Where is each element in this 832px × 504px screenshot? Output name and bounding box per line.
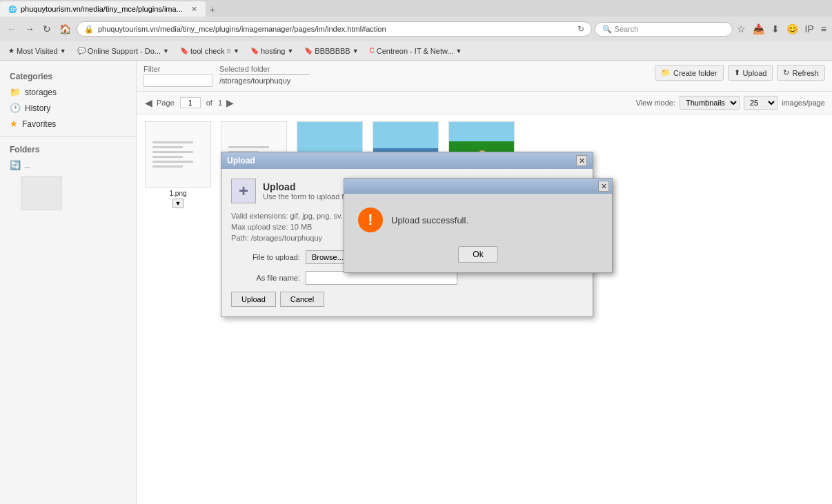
view-controls: ◀ Page of 1 ▶ View mode: Thumbnails List… — [137, 92, 832, 114]
home-btn[interactable]: 🏠 — [57, 22, 74, 36]
line3 — [152, 151, 193, 153]
tab-close-icon[interactable]: ✕ — [191, 5, 197, 14]
sidebar-item-favorites[interactable]: ★ Favorites — [0, 116, 136, 132]
selected-folder-line — [219, 74, 309, 75]
line6 — [152, 165, 183, 168]
sidebar: Categories 📁 storages 🕐 History ★ Favori… — [0, 61, 137, 504]
file-to-upload-label: File to upload: — [231, 253, 300, 261]
pocket-icon[interactable]: 📥 — [751, 22, 766, 36]
centreon-arrow-icon: ▼ — [456, 48, 462, 54]
sidebar-item-history[interactable]: 🕐 History — [0, 100, 136, 116]
upload-cancel-btn[interactable]: Cancel — [280, 292, 324, 307]
menu-icon[interactable]: ≡ — [820, 22, 828, 36]
upload-title-text: Upload — [263, 181, 352, 192]
file-name-label: As file name: — [231, 274, 300, 282]
most-visited-label: Most Visited — [17, 47, 58, 55]
warning-exclamation: ! — [368, 211, 373, 229]
upload-btn[interactable]: ⬆ Upload — [728, 65, 773, 81]
bookmark-centreon[interactable]: C Centreon - IT & Netw... ▼ — [366, 46, 466, 57]
sidebar-item-storages[interactable]: 📁 storages — [0, 84, 136, 100]
upload-dialog-close-btn[interactable]: ✕ — [576, 155, 587, 166]
line5 — [152, 161, 193, 163]
storages-icon: 📁 — [10, 87, 21, 97]
tool-check-label: tool check = — [190, 47, 231, 55]
main-toolbar: Filter Selected folder /storages/tourphu… — [137, 61, 832, 92]
selected-folder-path: /storages/tourphuquy — [219, 77, 309, 85]
bookmark-online-support[interactable]: 💬 Online Support - Do... ▼ — [73, 46, 173, 57]
favorites-label: Favorites — [22, 119, 56, 129]
action-buttons: 📁 Create folder ⬆ Upload ↻ Refresh — [655, 65, 825, 81]
upload-dialog-footer: Upload Cancel — [231, 292, 583, 307]
upload-subtitle-text: Use the form to upload fi... — [263, 192, 352, 201]
upload-label: Upload — [743, 69, 767, 77]
create-folder-icon: 📁 — [661, 68, 671, 77]
hosting-label: hosting — [261, 47, 285, 55]
image-name-1: 1.png — [169, 190, 186, 197]
categories-title: Categories — [0, 68, 136, 84]
ip-icon[interactable]: IP — [804, 22, 815, 36]
reload-btn[interactable]: ↻ — [40, 22, 54, 36]
online-support-arrow-icon: ▼ — [163, 48, 169, 54]
active-tab[interactable]: 🌐 phuquytourism.vn/media/tiny_mce/plugin… — [0, 1, 206, 17]
bookmark-hosting[interactable]: 🔖 hosting ▼ — [246, 46, 297, 57]
view-mode-label: View mode: — [636, 99, 675, 107]
search-bar-container: 🔍 Search — [595, 22, 733, 37]
browser-nav: ← → ↻ 🏠 🔒 phuquytourism.vn/media/tiny_mc… — [0, 17, 832, 41]
image-thumb-1[interactable]: 1.png ▼ — [143, 121, 212, 497]
line2 — [152, 146, 183, 148]
browser-tabs: 🌐 phuquytourism.vn/media/tiny_mce/plugin… — [0, 0, 832, 17]
forward-btn[interactable]: → — [22, 22, 37, 36]
page-of: of — [206, 99, 212, 107]
browser-chrome: 🌐 phuquytourism.vn/media/tiny_mce/plugin… — [0, 0, 832, 61]
online-support-label: Online Support - Do... — [88, 47, 161, 55]
image-thumb-box-1 — [145, 121, 211, 188]
search-text: Search — [615, 25, 639, 33]
upload-submit-btn[interactable]: Upload — [231, 292, 276, 307]
back-btn[interactable]: ← — [4, 22, 19, 36]
refresh-btn[interactable]: ↻ Refresh — [777, 65, 825, 81]
image-select-btn-1[interactable]: ▼ — [172, 199, 184, 208]
reload-small-icon[interactable]: ↻ — [577, 24, 584, 34]
bookmarks-bar: ★ Most Visited ▼ 💬 Online Support - Do..… — [0, 41, 832, 61]
hosting-arrow-icon: ▼ — [287, 48, 293, 54]
create-folder-btn[interactable]: 📁 Create folder — [655, 65, 724, 81]
online-support-icon: 💬 — [77, 47, 86, 54]
bookmark-bbbbbbb[interactable]: 🔖 BBBBBBB ▼ — [300, 46, 362, 57]
sidebar-item-parent-folder[interactable]: 🔄 .. — [0, 157, 136, 173]
view-mode-group: View mode: Thumbnails List 25 50 100 ima… — [636, 96, 825, 110]
new-tab-btn[interactable]: + — [206, 3, 219, 17]
success-dialog-titlebar: ✕ — [344, 179, 612, 194]
next-page-btn[interactable]: ▶ — [225, 97, 235, 108]
success-message-row: ! Upload successfull. — [358, 208, 468, 232]
parent-folder-icon: 🔄 — [10, 160, 21, 170]
folders-title: Folders — [0, 141, 136, 157]
tool-check-arrow-icon: ▼ — [233, 48, 239, 54]
history-label: History — [25, 103, 50, 113]
hosting-icon: 🔖 — [250, 47, 259, 54]
per-page-select[interactable]: 25 50 100 — [744, 96, 777, 110]
most-visited-arrow-icon: ▼ — [60, 48, 66, 54]
profile-icon[interactable]: 😊 — [785, 22, 800, 36]
bbbbbbb-arrow-icon: ▼ — [353, 48, 359, 54]
lock-icon: 🔒 — [84, 25, 94, 34]
bookmark-star-icon[interactable]: ☆ — [735, 22, 747, 36]
ok-btn[interactable]: Ok — [458, 246, 497, 263]
filter-input[interactable] — [143, 74, 212, 87]
refresh-icon: ↻ — [783, 68, 789, 77]
upload-dialog-title: Upload — [227, 156, 255, 165]
view-mode-select[interactable]: Thumbnails List — [680, 96, 740, 110]
bbbbbbb-label: BBBBBBB — [315, 47, 350, 55]
storages-label: storages — [25, 88, 57, 97]
file-name-input[interactable] — [306, 271, 457, 285]
bookmark-tool-check[interactable]: 🔖 tool check = ▼ — [176, 46, 244, 57]
download-icon[interactable]: ⬇ — [770, 22, 781, 36]
page-input[interactable] — [180, 97, 201, 108]
line-a — [228, 146, 269, 148]
url-text: phuquytourism.vn/media/tiny_mce/plugins/… — [98, 25, 573, 33]
line1 — [152, 141, 193, 143]
prev-page-btn[interactable]: ◀ — [143, 97, 154, 108]
address-bar[interactable]: 🔒 phuquytourism.vn/media/tiny_mce/plugin… — [77, 21, 592, 37]
bookmark-most-visited[interactable]: ★ Most Visited ▼ — [4, 46, 70, 57]
success-close-btn[interactable]: ✕ — [598, 181, 609, 192]
success-dialog: ✕ ! Upload successfull. Ok — [344, 178, 613, 273]
